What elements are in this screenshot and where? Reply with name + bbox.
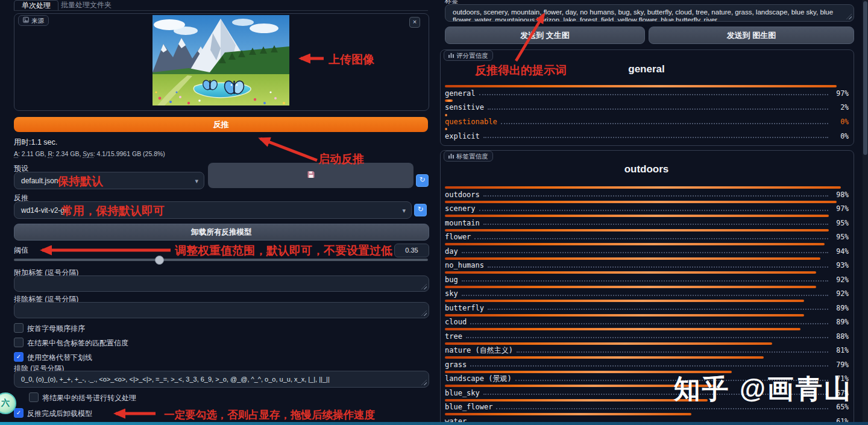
confidence-row: mountain95% xyxy=(445,215,849,227)
page-scrollbar[interactable] xyxy=(863,0,868,425)
unload-after-checkbox[interactable]: ✓ xyxy=(14,408,24,418)
additional-tags-textarea[interactable] xyxy=(14,275,429,292)
escape-exclude-textarea[interactable]: 0_0, (o)_(o), +_+, +_-, ._., <o>_<o>, <|… xyxy=(14,371,429,388)
confidence-name: no_humans xyxy=(445,261,484,269)
confidence-bar xyxy=(445,257,820,260)
mem-sys-label: Sys xyxy=(83,150,93,158)
confidence-name: scenery xyxy=(445,204,476,213)
confidence-bar xyxy=(445,413,691,415)
confidence-name: flower xyxy=(445,233,471,241)
confidence-bar xyxy=(445,128,447,130)
confidence-bar xyxy=(445,186,841,189)
confidence-percent: 2% xyxy=(832,103,849,112)
clear-image-button[interactable]: × xyxy=(409,17,420,28)
escape-brackets-checkbox[interactable] xyxy=(29,392,39,402)
confidence-name: outdoors xyxy=(445,190,480,199)
confidence-name: day xyxy=(445,247,458,256)
refresh-preset-button[interactable]: ↻ xyxy=(416,174,429,187)
confidence-name: nature (自然主义) xyxy=(445,345,513,356)
refresh-icon: ↻ xyxy=(417,205,423,213)
confidence-name: tree xyxy=(445,332,462,341)
dotted-leader xyxy=(501,123,828,124)
resize-handle-icon[interactable] xyxy=(421,380,427,385)
confidence-row: tree88% xyxy=(445,328,849,340)
confidence-percent: 92% xyxy=(832,275,849,284)
source-label-pill: 来源 xyxy=(18,15,49,26)
include-confidence-checkbox[interactable] xyxy=(14,338,24,347)
floppy-disk-icon xyxy=(307,170,315,181)
confidence-percent: 93% xyxy=(832,261,849,269)
zhihu-watermark: 知乎 @画青山 xyxy=(674,371,852,407)
dotted-leader xyxy=(496,408,828,409)
bottom-window-edge xyxy=(0,422,868,425)
confidence-name: questionable xyxy=(445,118,497,126)
space-underscore-label[interactable]: 使用空格代替下划线 xyxy=(27,353,92,363)
confidence-name: mountain xyxy=(445,219,480,227)
threshold-slider-track[interactable] xyxy=(14,259,428,261)
dotted-leader xyxy=(462,252,828,253)
confidence-percent: 0% xyxy=(832,132,849,140)
threshold-slider-thumb[interactable] xyxy=(155,256,164,265)
sort-alpha-checkbox[interactable] xyxy=(14,323,24,333)
rating-rows: general97%sensitive2%questionable0%expli… xyxy=(445,85,849,142)
exclude-tags-textarea[interactable] xyxy=(14,302,429,318)
preset-dropdown[interactable]: default.json ▾ xyxy=(14,172,204,189)
tab-batch-folder[interactable]: 批量处理文件夹 xyxy=(54,0,119,10)
dotted-leader xyxy=(474,238,828,239)
confidence-row: bug92% xyxy=(445,271,849,283)
confidence-percent: 95% xyxy=(832,233,849,241)
confidence-percent: 94% xyxy=(832,247,849,256)
start-interrogate-arrow xyxy=(260,139,317,160)
dotted-leader xyxy=(483,224,828,225)
send-to-img2img-button[interactable]: 发送到 图生图 xyxy=(649,27,854,44)
tab-single-process[interactable]: 单次处理 xyxy=(14,0,58,10)
confidence-name: blue_flower xyxy=(445,403,492,411)
confidence-percent: 81% xyxy=(832,346,849,354)
memory-text: A: 2.11 GB, R: 2.34 GB, Sys: 4.1/15.9961… xyxy=(14,150,165,157)
confidence-bar xyxy=(445,399,708,401)
mem-r-label: R xyxy=(48,150,52,158)
time-text: 用时:1.1 sec. xyxy=(14,137,57,148)
unload-models-button[interactable]: 卸载所有反推模型 xyxy=(14,224,429,241)
confidence-row: cloud89% xyxy=(445,314,849,326)
confidence-bar xyxy=(445,243,825,245)
confidence-percent: 88% xyxy=(832,332,849,341)
resize-handle-icon[interactable] xyxy=(421,284,427,289)
dotted-leader xyxy=(483,137,828,138)
send-to-txt2img-button[interactable]: 发送到 文生图 xyxy=(445,27,645,44)
dotted-leader xyxy=(470,323,828,324)
confidence-row: nature (自然主义)81% xyxy=(445,342,849,354)
confidence-bar xyxy=(445,342,772,345)
include-confidence-label[interactable]: 在结果中包含标签的匹配置信度 xyxy=(27,338,128,348)
wd14-tagger-page: 单次处理 批量处理文件夹 来源 xyxy=(0,0,868,425)
mem-r-value: : 2.34 GB, xyxy=(52,150,83,157)
annotation-start-interrogate: 启动反推 xyxy=(318,151,364,167)
escape-exclude-value: 0_0, (o)_(o), +_+, +_-, ._., <o>_<o>, <|… xyxy=(21,376,330,383)
tags-output-textarea[interactable]: outdoors, scenery, mountain, flower, day… xyxy=(445,4,854,22)
save-preset-button[interactable] xyxy=(208,163,414,188)
threshold-value-input[interactable]: 0.35 xyxy=(394,244,429,257)
confidence-name: sky xyxy=(445,289,458,298)
escape-brackets-label[interactable]: 将结果中的括号进行转义处理 xyxy=(42,393,136,403)
rating-confidence-label: 评分置信度 xyxy=(456,52,488,59)
confidence-percent: 98% xyxy=(832,190,849,199)
dotted-leader xyxy=(466,337,828,338)
confidence-name: sensitive xyxy=(445,103,484,112)
confidence-bar xyxy=(445,215,829,217)
space-underscore-checkbox[interactable]: ✓ xyxy=(14,352,24,362)
tag-top-label: outdoors xyxy=(440,163,853,175)
confidence-row: grass79% xyxy=(445,356,849,368)
resize-handle-icon[interactable] xyxy=(421,310,427,316)
dotted-leader xyxy=(470,365,828,367)
confidence-name: blue_sky xyxy=(445,389,480,397)
unload-after-label[interactable]: 反推完成后卸载模型 xyxy=(27,409,92,419)
sort-alpha-label[interactable]: 按首字母顺序排序 xyxy=(27,324,85,334)
confidence-row: general97% xyxy=(445,85,849,97)
dotted-leader xyxy=(488,309,828,310)
uploaded-image[interactable] xyxy=(153,15,289,105)
confidence-row: sky92% xyxy=(445,286,849,298)
refresh-interrogator-button[interactable]: ↻ xyxy=(414,204,427,216)
interrogate-button[interactable]: 反推 xyxy=(14,117,428,132)
scrollbar-thumb[interactable] xyxy=(863,1,867,155)
preset-value: default.json xyxy=(21,177,58,185)
